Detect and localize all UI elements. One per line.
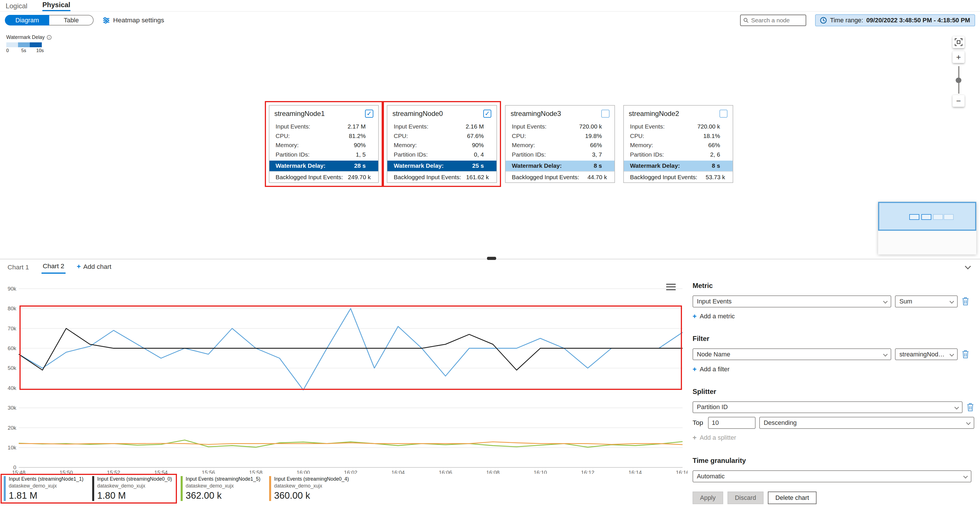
delete-metric-icon[interactable] [961, 297, 969, 306]
time-granularity-dropdown[interactable]: Automatic [692, 470, 971, 482]
metric-dropdown[interactable]: Input Events [692, 296, 891, 307]
metric-value: 81.2% [349, 132, 366, 139]
svg-text:15:48: 15:48 [12, 469, 25, 474]
metric-value: 3, 7 [592, 151, 602, 158]
clock-icon [820, 17, 827, 24]
view-mode-toggle: Diagram Table [5, 15, 94, 25]
backlog-value: 161.62 k [466, 174, 489, 181]
apply-button[interactable]: Apply [692, 492, 723, 504]
svg-text:50k: 50k [8, 365, 17, 371]
svg-text:90k: 90k [8, 286, 17, 292]
metric-value: 66% [708, 142, 720, 149]
time-granularity-title: Time granularity [692, 457, 980, 464]
tab-chart-1[interactable]: Chart 1 [6, 261, 30, 274]
search-node-box [740, 14, 806, 26]
chevron-down-icon [883, 352, 888, 356]
filter-value-dropdown[interactable]: streamingNode1, str... [895, 348, 958, 360]
heatmap-settings-button[interactable]: Heatmap settings [102, 16, 164, 24]
node-card-streamingNode2[interactable]: streamingNode2Input Events:720.00 kCPU:1… [623, 105, 733, 183]
legend-item[interactable]: Input Events (streamingNode0_4)dataskew_… [269, 476, 349, 501]
tab-chart-2[interactable]: Chart 2 [41, 260, 65, 274]
filter-field-dropdown[interactable]: Node Name [692, 348, 891, 360]
watermark-legend-ticks: 0 5s 10s [6, 47, 50, 53]
top-count-input[interactable] [708, 417, 756, 429]
minimap-node [909, 214, 919, 220]
node-metric-row: CPU:19.8% [506, 131, 614, 140]
delete-chart-button[interactable]: Delete chart [768, 492, 816, 504]
metric-value: 2.16 M [466, 123, 484, 130]
node-card-header: streamingNode3 [506, 106, 614, 122]
legend-item[interactable]: Input Events (streamingNode1_5)dataskew_… [181, 476, 260, 501]
legend-item[interactable]: Input Events (streamingNode1_1)dataskew_… [4, 476, 83, 501]
chevron-down-icon [883, 299, 888, 304]
minimap-node [933, 214, 943, 220]
node-checkbox[interactable] [601, 110, 609, 118]
add-filter-link[interactable]: + Add a filter [692, 365, 980, 373]
splitter-drag-handle[interactable] [487, 257, 496, 260]
node-metric-row: Partition IDs:2, 6 [624, 150, 733, 159]
watermark-delay-legend: Watermark Delay i 0 5s 10s [6, 34, 51, 53]
time-range-value: 09/20/2022 3:48:50 PM - 4:18:50 PM [866, 17, 970, 24]
svg-text:16:12: 16:12 [581, 469, 594, 474]
diagram-toggle-button[interactable]: Diagram [5, 15, 49, 25]
node-metric-row: Memory:66% [506, 140, 614, 150]
splitter-field-dropdown[interactable]: Partition ID [692, 401, 963, 413]
aggregation-dropdown[interactable]: Sum [895, 296, 958, 307]
svg-text:15:56: 15:56 [202, 469, 215, 474]
zoom-out-button[interactable]: − [953, 95, 964, 107]
metric-value: 720.00 k [579, 123, 602, 130]
chart-tabs: Chart 1 Chart 2 + Add chart [0, 259, 980, 274]
chart-config-panel: Metric Input Events Sum + Add a metric F… [688, 274, 980, 509]
node-checkbox[interactable]: ✓ [483, 110, 491, 118]
metric-value: 1, 5 [356, 151, 366, 158]
tab-physical[interactable]: Physical [42, 1, 70, 11]
node-name: streamingNode1 [274, 110, 325, 118]
legend-item-title: Input Events (streamingNode0_0) [97, 476, 172, 482]
legend-item[interactable]: Input Events (streamingNode0_0)dataskew_… [92, 476, 172, 501]
chart-menu-icon[interactable] [666, 284, 676, 290]
tab-logical[interactable]: Logical [6, 2, 27, 11]
discard-button[interactable]: Discard [727, 492, 764, 504]
time-range-label: Time range: [830, 17, 863, 24]
legend-item-body: Input Events (streamingNode0_0)dataskew_… [97, 476, 172, 501]
view-tabbar: Logical Physical [0, 0, 980, 12]
delete-splitter-icon[interactable] [966, 402, 974, 412]
metric-value: 2, 6 [710, 151, 720, 158]
chevron-down-icon[interactable] [965, 263, 971, 270]
delete-filter-icon[interactable] [961, 350, 969, 359]
metric-value: 19.8% [585, 132, 602, 139]
node-checkbox[interactable]: ✓ [365, 110, 373, 118]
node-card-streamingNode3[interactable]: streamingNode3Input Events:720.00 kCPU:1… [505, 105, 615, 183]
minimap[interactable] [878, 202, 976, 254]
add-chart-button[interactable]: + Add chart [77, 262, 111, 274]
node-metric-row: Input Events:2.17 M [269, 122, 378, 131]
node-card-streamingNode0[interactable]: streamingNode0✓Input Events:2.16 MCPU:67… [387, 105, 497, 183]
legend-color-bar [269, 476, 271, 501]
table-toggle-button[interactable]: Table [49, 15, 94, 25]
svg-text:20k: 20k [8, 425, 17, 431]
info-icon[interactable]: i [47, 35, 51, 40]
metric-label: Memory: [276, 142, 299, 149]
search-node-input[interactable] [751, 17, 803, 24]
node-card-streamingNode1[interactable]: streamingNode1✓Input Events:2.17 MCPU:81… [269, 105, 379, 183]
zoom-in-button[interactable]: + [953, 51, 964, 63]
metrics-line-chart: 010k20k30k40k50k60k70k80k90k15:4815:5015… [0, 274, 688, 474]
minimap-node [943, 214, 954, 220]
node-checkbox[interactable] [719, 110, 727, 118]
metric-value: 67.6% [467, 132, 484, 139]
node-metric-row: CPU:81.2% [269, 131, 378, 140]
diagram-canvas[interactable]: Watermark Delay i 0 5s 10s streamingNode… [0, 29, 980, 259]
node-metric-row: Input Events:2.16 M [387, 122, 496, 131]
sort-order-dropdown[interactable]: Descending [759, 417, 974, 429]
add-metric-link[interactable]: + Add a metric [692, 312, 980, 320]
svg-text:30k: 30k [8, 405, 17, 411]
metric-label: CPU: [512, 132, 526, 139]
zoom-slider-handle[interactable] [956, 78, 961, 83]
legend-color-bar [181, 476, 183, 501]
time-range-button[interactable]: Time range: 09/20/2022 3:48:50 PM - 4:18… [815, 14, 975, 26]
top-label: Top [692, 419, 703, 426]
minimap-viewport[interactable] [878, 202, 976, 231]
svg-text:15:58: 15:58 [249, 469, 262, 474]
metric-value: 90% [472, 142, 484, 149]
fit-to-screen-button[interactable] [953, 37, 964, 48]
